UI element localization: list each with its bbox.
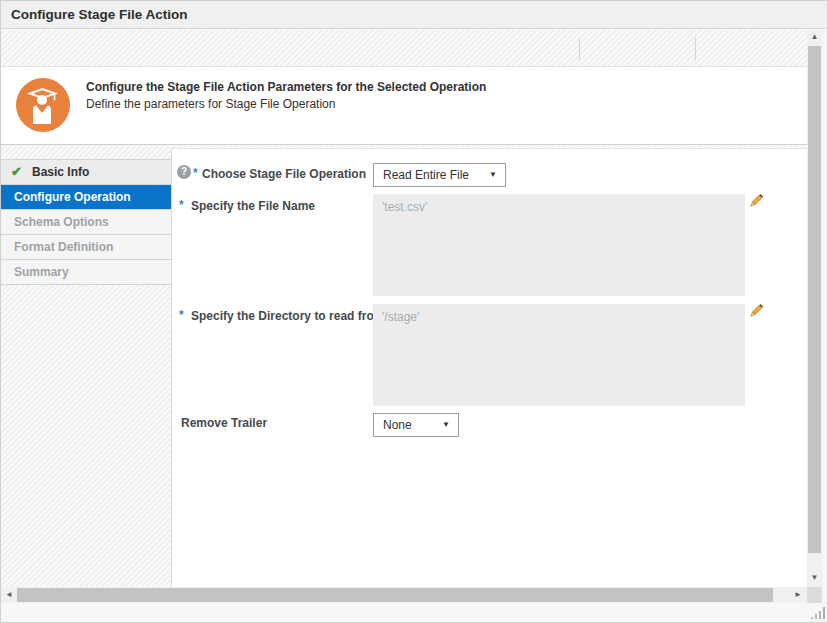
scrollbar-corner [807,587,822,603]
right-margin [822,30,828,603]
file-name-textarea[interactable]: 'test.csv' [373,194,745,296]
header-subtitle: Define the parameters for Stage File Ope… [86,97,335,111]
bottom-margin [1,603,828,623]
directory-textarea[interactable]: '/stage' [373,304,745,406]
edit-pencil-icon[interactable] [747,302,765,320]
file-name-label: Specify the File Name [191,199,315,213]
remove-trailer-select[interactable]: None ▼ [373,413,459,437]
vertical-scrollbar-thumb[interactable] [808,46,821,553]
dropdown-arrow-icon: ▼ [489,164,497,186]
directory-label: Specify the Directory to read from [191,309,384,323]
toolbar: Help▼ < Back Next > Cancel Done [1,30,807,66]
step-configure-operation[interactable]: Configure Operation [1,184,171,209]
toolbar-divider [579,38,580,60]
horizontal-scrollbar[interactable]: ◄ ► [1,587,807,603]
step-label: Schema Options [14,215,109,229]
dialog-title: Configure Stage File Action [11,7,188,22]
remove-trailer-label: Remove Trailer [181,416,267,430]
required-marker: * [179,308,184,322]
selected-trailer-value: None [383,418,412,432]
step-basic-info[interactable]: ✔ Basic Info [1,159,171,184]
stage-file-icon [16,78,70,132]
dropdown-arrow-icon: ▼ [442,414,450,436]
operation-label: Choose Stage File Operation [202,167,366,181]
step-label: Summary [14,265,69,279]
scroll-left-icon[interactable]: ◄ [5,590,13,599]
toolbar-divider [695,38,696,60]
selected-operation-value: Read Entire File [383,168,469,182]
scroll-down-icon[interactable]: ▼ [807,573,822,582]
vertical-scrollbar[interactable]: ▲ ▼ [807,30,822,587]
step-schema-options[interactable]: Schema Options [1,209,171,234]
configure-stage-file-action-dialog: Configure Stage File Action Help▼ < Back… [0,0,828,623]
horizontal-scrollbar-thumb[interactable] [17,588,773,602]
wizard-header: Configure the Stage File Action Paramete… [1,66,807,145]
edit-pencil-icon[interactable] [747,192,765,210]
stage-file-operation-select[interactable]: Read Entire File ▼ [373,163,506,187]
step-format-definition[interactable]: Format Definition [1,234,171,259]
scroll-right-icon[interactable]: ► [794,590,802,599]
step-label: Format Definition [14,240,113,254]
header-title: Configure the Stage File Action Paramete… [86,80,486,94]
step-label: Basic Info [32,165,89,179]
required-marker: * [193,166,198,180]
wizard-steps-sidebar: ✔ Basic Info Configure Operation Schema … [1,159,171,285]
step-label: Configure Operation [14,190,131,204]
scroll-up-icon[interactable]: ▲ [807,32,822,41]
resize-grip-icon[interactable] [810,606,826,620]
dialog-titlebar: Configure Stage File Action [1,1,828,29]
help-tooltip-icon[interactable]: ? [177,165,191,179]
check-icon: ✔ [11,160,22,184]
step-summary[interactable]: Summary [1,259,171,284]
required-marker: * [179,198,184,212]
